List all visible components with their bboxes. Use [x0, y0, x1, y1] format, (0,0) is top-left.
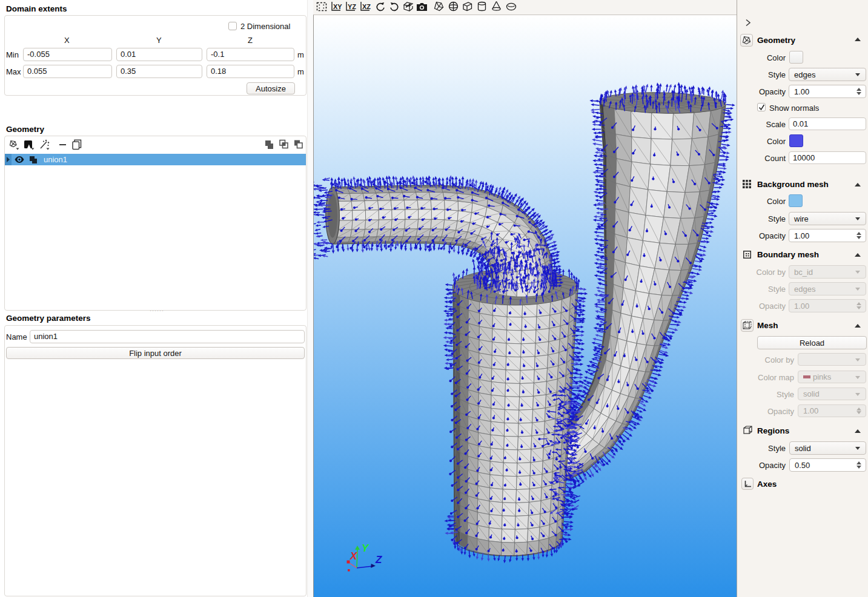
svg-text:YZ: YZ [348, 3, 356, 10]
svg-text:Y: Y [362, 543, 369, 554]
svg-text:XZ: XZ [362, 3, 371, 10]
svg-text:XY: XY [333, 3, 342, 10]
svg-text:Z: Z [375, 554, 382, 566]
svg-text:X: X [350, 550, 358, 562]
